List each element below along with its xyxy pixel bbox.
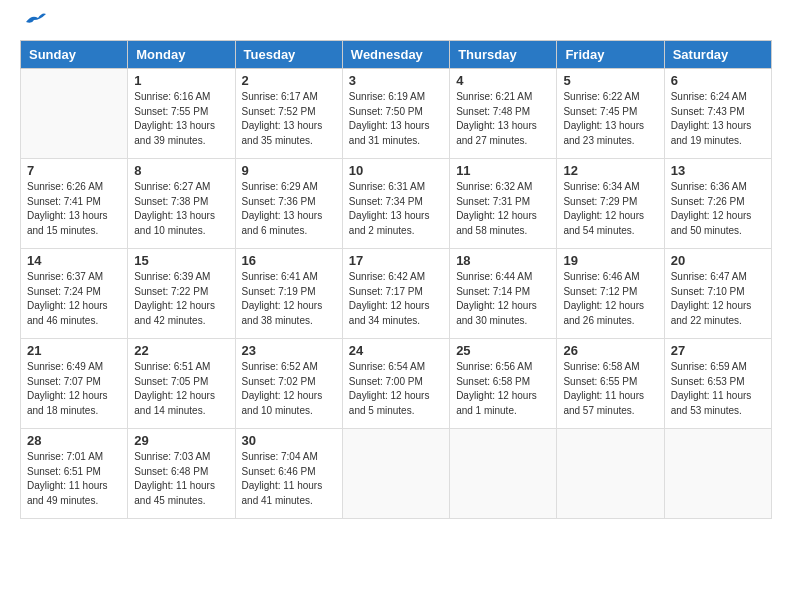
day-number: 24 [349, 343, 443, 358]
calendar-cell: 22 Sunrise: 6:51 AM Sunset: 7:05 PM Dayl… [128, 339, 235, 429]
sunset: Sunset: 7:55 PM [134, 106, 208, 117]
daylight: Daylight: 12 hours and 46 minutes. [27, 300, 108, 326]
sunrise: Sunrise: 6:54 AM [349, 361, 425, 372]
calendar-cell: 4 Sunrise: 6:21 AM Sunset: 7:48 PM Dayli… [450, 69, 557, 159]
calendar-cell [664, 429, 771, 519]
day-info: Sunrise: 6:31 AM Sunset: 7:34 PM Dayligh… [349, 180, 443, 238]
sunset: Sunset: 7:45 PM [563, 106, 637, 117]
day-info: Sunrise: 6:47 AM Sunset: 7:10 PM Dayligh… [671, 270, 765, 328]
day-number: 21 [27, 343, 121, 358]
day-info: Sunrise: 6:22 AM Sunset: 7:45 PM Dayligh… [563, 90, 657, 148]
day-info: Sunrise: 7:03 AM Sunset: 6:48 PM Dayligh… [134, 450, 228, 508]
sunset: Sunset: 7:41 PM [27, 196, 101, 207]
calendar-week-row: 14 Sunrise: 6:37 AM Sunset: 7:24 PM Dayl… [21, 249, 772, 339]
col-header-tuesday: Tuesday [235, 41, 342, 69]
sunset: Sunset: 7:36 PM [242, 196, 316, 207]
sunrise: Sunrise: 6:26 AM [27, 181, 103, 192]
daylight: Daylight: 12 hours and 18 minutes. [27, 390, 108, 416]
calendar-week-row: 28 Sunrise: 7:01 AM Sunset: 6:51 PM Dayl… [21, 429, 772, 519]
sunrise: Sunrise: 6:36 AM [671, 181, 747, 192]
calendar-week-row: 1 Sunrise: 6:16 AM Sunset: 7:55 PM Dayli… [21, 69, 772, 159]
daylight: Daylight: 12 hours and 38 minutes. [242, 300, 323, 326]
day-number: 27 [671, 343, 765, 358]
day-info: Sunrise: 6:49 AM Sunset: 7:07 PM Dayligh… [27, 360, 121, 418]
day-info: Sunrise: 6:41 AM Sunset: 7:19 PM Dayligh… [242, 270, 336, 328]
day-number: 28 [27, 433, 121, 448]
logo [20, 20, 46, 30]
sunset: Sunset: 6:51 PM [27, 466, 101, 477]
sunset: Sunset: 7:29 PM [563, 196, 637, 207]
calendar-cell: 25 Sunrise: 6:56 AM Sunset: 6:58 PM Dayl… [450, 339, 557, 429]
calendar-cell: 26 Sunrise: 6:58 AM Sunset: 6:55 PM Dayl… [557, 339, 664, 429]
calendar-cell: 23 Sunrise: 6:52 AM Sunset: 7:02 PM Dayl… [235, 339, 342, 429]
calendar-cell: 14 Sunrise: 6:37 AM Sunset: 7:24 PM Dayl… [21, 249, 128, 339]
day-info: Sunrise: 6:32 AM Sunset: 7:31 PM Dayligh… [456, 180, 550, 238]
day-number: 5 [563, 73, 657, 88]
calendar-cell: 10 Sunrise: 6:31 AM Sunset: 7:34 PM Dayl… [342, 159, 449, 249]
sunrise: Sunrise: 6:24 AM [671, 91, 747, 102]
calendar-cell: 5 Sunrise: 6:22 AM Sunset: 7:45 PM Dayli… [557, 69, 664, 159]
calendar-cell: 27 Sunrise: 6:59 AM Sunset: 6:53 PM Dayl… [664, 339, 771, 429]
sunrise: Sunrise: 6:19 AM [349, 91, 425, 102]
day-info: Sunrise: 6:36 AM Sunset: 7:26 PM Dayligh… [671, 180, 765, 238]
sunrise: Sunrise: 6:39 AM [134, 271, 210, 282]
sunset: Sunset: 7:00 PM [349, 376, 423, 387]
sunset: Sunset: 7:38 PM [134, 196, 208, 207]
calendar-cell [21, 69, 128, 159]
col-header-thursday: Thursday [450, 41, 557, 69]
sunrise: Sunrise: 6:46 AM [563, 271, 639, 282]
day-info: Sunrise: 6:17 AM Sunset: 7:52 PM Dayligh… [242, 90, 336, 148]
sunset: Sunset: 7:34 PM [349, 196, 423, 207]
day-info: Sunrise: 6:21 AM Sunset: 7:48 PM Dayligh… [456, 90, 550, 148]
day-number: 4 [456, 73, 550, 88]
daylight: Daylight: 12 hours and 42 minutes. [134, 300, 215, 326]
sunset: Sunset: 6:53 PM [671, 376, 745, 387]
calendar-cell: 13 Sunrise: 6:36 AM Sunset: 7:26 PM Dayl… [664, 159, 771, 249]
daylight: Daylight: 12 hours and 1 minute. [456, 390, 537, 416]
calendar-cell [450, 429, 557, 519]
sunrise: Sunrise: 6:27 AM [134, 181, 210, 192]
daylight: Daylight: 11 hours and 45 minutes. [134, 480, 215, 506]
calendar-week-row: 7 Sunrise: 6:26 AM Sunset: 7:41 PM Dayli… [21, 159, 772, 249]
logo-bird-icon [24, 12, 46, 30]
sunrise: Sunrise: 6:31 AM [349, 181, 425, 192]
day-info: Sunrise: 6:27 AM Sunset: 7:38 PM Dayligh… [134, 180, 228, 238]
sunrise: Sunrise: 6:58 AM [563, 361, 639, 372]
calendar-cell: 18 Sunrise: 6:44 AM Sunset: 7:14 PM Dayl… [450, 249, 557, 339]
sunset: Sunset: 7:02 PM [242, 376, 316, 387]
sunrise: Sunrise: 7:01 AM [27, 451, 103, 462]
daylight: Daylight: 12 hours and 5 minutes. [349, 390, 430, 416]
sunrise: Sunrise: 6:47 AM [671, 271, 747, 282]
sunrise: Sunrise: 6:42 AM [349, 271, 425, 282]
sunset: Sunset: 7:12 PM [563, 286, 637, 297]
day-info: Sunrise: 6:19 AM Sunset: 7:50 PM Dayligh… [349, 90, 443, 148]
col-header-friday: Friday [557, 41, 664, 69]
daylight: Daylight: 13 hours and 15 minutes. [27, 210, 108, 236]
calendar-cell: 29 Sunrise: 7:03 AM Sunset: 6:48 PM Dayl… [128, 429, 235, 519]
col-header-sunday: Sunday [21, 41, 128, 69]
daylight: Daylight: 13 hours and 10 minutes. [134, 210, 215, 236]
day-info: Sunrise: 6:16 AM Sunset: 7:55 PM Dayligh… [134, 90, 228, 148]
daylight: Daylight: 13 hours and 39 minutes. [134, 120, 215, 146]
sunset: Sunset: 7:14 PM [456, 286, 530, 297]
daylight: Daylight: 13 hours and 6 minutes. [242, 210, 323, 236]
calendar-cell: 17 Sunrise: 6:42 AM Sunset: 7:17 PM Dayl… [342, 249, 449, 339]
daylight: Daylight: 12 hours and 22 minutes. [671, 300, 752, 326]
day-number: 18 [456, 253, 550, 268]
sunrise: Sunrise: 6:59 AM [671, 361, 747, 372]
calendar-week-row: 21 Sunrise: 6:49 AM Sunset: 7:07 PM Dayl… [21, 339, 772, 429]
calendar-cell: 12 Sunrise: 6:34 AM Sunset: 7:29 PM Dayl… [557, 159, 664, 249]
calendar-cell: 1 Sunrise: 6:16 AM Sunset: 7:55 PM Dayli… [128, 69, 235, 159]
col-header-wednesday: Wednesday [342, 41, 449, 69]
sunset: Sunset: 7:24 PM [27, 286, 101, 297]
day-info: Sunrise: 6:26 AM Sunset: 7:41 PM Dayligh… [27, 180, 121, 238]
day-number: 2 [242, 73, 336, 88]
day-number: 15 [134, 253, 228, 268]
daylight: Daylight: 11 hours and 41 minutes. [242, 480, 323, 506]
calendar-table: SundayMondayTuesdayWednesdayThursdayFrid… [20, 40, 772, 519]
daylight: Daylight: 12 hours and 30 minutes. [456, 300, 537, 326]
calendar-cell: 16 Sunrise: 6:41 AM Sunset: 7:19 PM Dayl… [235, 249, 342, 339]
daylight: Daylight: 12 hours and 26 minutes. [563, 300, 644, 326]
daylight: Daylight: 12 hours and 14 minutes. [134, 390, 215, 416]
day-number: 13 [671, 163, 765, 178]
